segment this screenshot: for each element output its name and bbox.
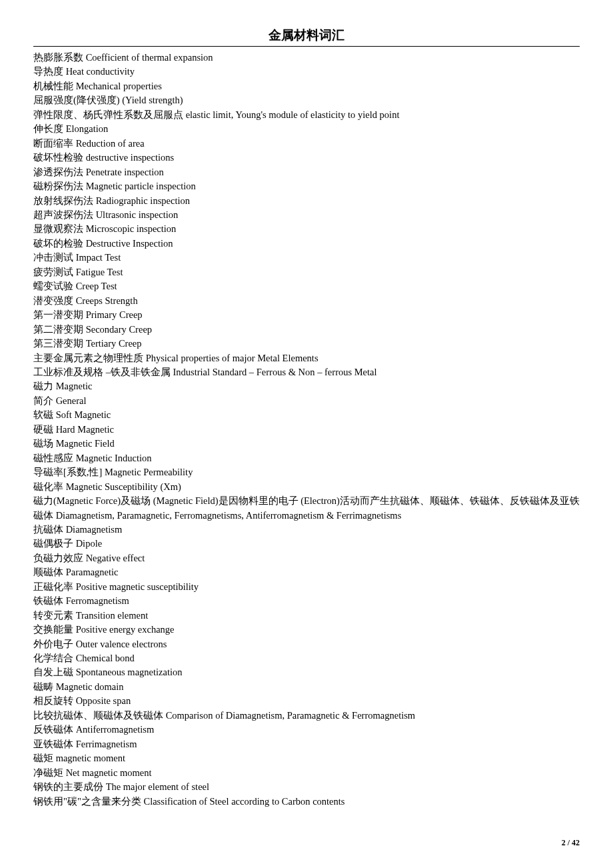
vocabulary-line: 屈服强度(降伏强度) (Yield strength) [33,93,580,107]
vocabulary-line: 渗透探伤法 Penetrate inspection [33,165,580,179]
vocabulary-line: 破坏的检验 Destructive Inspection [33,237,580,251]
vocabulary-line: 蠕变试验 Creep Test [33,279,580,293]
vocabulary-line: 转变元素 Transition element [33,609,580,623]
vocabulary-line: 化学结合 Chemical bond [33,651,580,665]
vocabulary-line: 反铁磁体 Antiferromagnetism [33,723,580,737]
vocabulary-line: 疲劳测试 Fatigue Test [33,265,580,279]
vocabulary-line: 断面缩率 Reduction of area [33,137,580,151]
vocabulary-line: 比较抗磁体、顺磁体及铁磁体 Comparison of Diamagnetism… [33,709,580,723]
page-number-sep: / [566,838,572,847]
vocabulary-line: 磁性感应 Magnetic Induction [33,451,580,465]
vocabulary-line: 潜变强度 Creeps Strength [33,294,580,308]
document-content: 热膨胀系数 Coefficient of thermal expansion导热… [33,51,580,809]
vocabulary-line: 磁化率 Magnetic Susceptibility (Xm) [33,480,580,494]
vocabulary-line: 亚铁磁体 Ferrimagnetism [33,737,580,751]
vocabulary-line: 磁畴 Magnetic domain [33,680,580,694]
vocabulary-line: 工业标准及规格 –铁及非铁金属 Industrial Standard – Fe… [33,365,580,379]
vocabulary-line: 显微观察法 Microscopic inspection [33,222,580,236]
vocabulary-line: 超声波探伤法 Ultrasonic inspection [33,208,580,222]
vocabulary-line: 正磁化率 Positive magnetic susceptibility [33,580,580,594]
vocabulary-line: 冲击测试 Impact Test [33,251,580,265]
vocabulary-line: 顺磁体 Paramagnetic [33,565,580,579]
vocabulary-line: 机械性能 Mechanical properties [33,79,580,93]
vocabulary-line: 破坏性检验 destructive inspections [33,151,580,165]
vocabulary-line: 磁粉探伤法 Magnetic particle inspection [33,179,580,193]
vocabulary-line: 第一潜变期 Primary Creep [33,308,580,322]
vocabulary-line: 负磁力效应 Negative effect [33,551,580,565]
vocabulary-line: 磁偶极子 Dipole [33,537,580,551]
page-title: 金属材料词汇 [33,27,580,47]
vocabulary-line: 交换能量 Positive energy exchange [33,623,580,637]
vocabulary-line: 第二潜变期 Secondary Creep [33,323,580,337]
vocabulary-line: 钢铁的主要成份 The major element of steel [33,780,580,794]
vocabulary-line: 磁矩 magnetic moment [33,751,580,765]
vocabulary-line: 相反旋转 Opposite span [33,694,580,708]
vocabulary-line: 主要金属元素之物理性质 Physical properties of major… [33,351,580,365]
vocabulary-line: 硬磁 Hard Magnetic [33,423,580,437]
vocabulary-line: 磁力 Magnetic [33,379,580,393]
document-page: 金属材料词汇 热膨胀系数 Coefficient of thermal expa… [0,0,613,868]
vocabulary-line: 钢铁用"碳"之含量来分类 Classification of Steel acc… [33,795,580,809]
page-number-total: 42 [572,838,580,847]
vocabulary-line: 软磁 Soft Magnetic [33,408,580,422]
vocabulary-line: 导热度 Heat conductivity [33,65,580,79]
vocabulary-line: 自发上磁 Spontaneous magnetization [33,665,580,679]
vocabulary-line: 抗磁体 Diamagnetism [33,523,580,537]
vocabulary-line: 净磁矩 Net magnetic moment [33,766,580,780]
page-footer: 2 / 42 [562,838,580,848]
vocabulary-line: 伸长度 Elongation [33,122,580,136]
vocabulary-line: 热膨胀系数 Coefficient of thermal expansion [33,51,580,65]
vocabulary-line: 简介 General [33,394,580,408]
vocabulary-line: 导磁率[系数,性] Magnetic Permeability [33,465,580,479]
vocabulary-line: 磁力(Magnetic Force)及磁场 (Magnetic Field)是因… [33,494,580,523]
vocabulary-line: 外价电子 Outer valence electrons [33,637,580,651]
vocabulary-line: 弹性限度、杨氏弹性系数及屈服点 elastic limit, Young's m… [33,108,580,122]
vocabulary-line: 放射线探伤法 Radiographic inspection [33,194,580,208]
vocabulary-line: 第三潜变期 Tertiary Creep [33,337,580,351]
vocabulary-line: 铁磁体 Ferromagnetism [33,594,580,608]
vocabulary-line: 磁场 Magnetic Field [33,437,580,451]
